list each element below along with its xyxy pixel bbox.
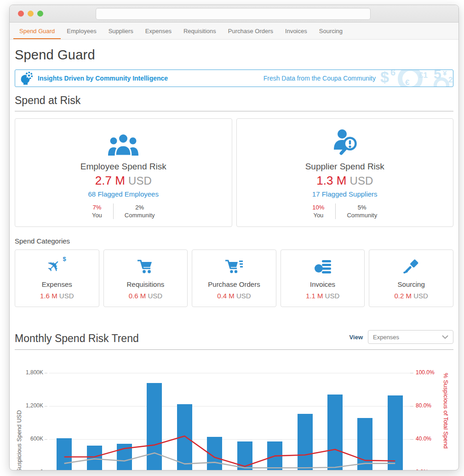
nav-tab-expenses[interactable]: Expenses [139,23,178,39]
gavel-icon [402,258,420,275]
spend-categories-heading: Spend Categories [15,237,453,245]
category-card-purchase-orders[interactable]: Purchase Orders 0.4 M USD [192,250,276,307]
right-axis-title: % Suspicious of Total Spend [442,373,449,470]
minimize-window-button[interactable] [28,11,34,17]
community-stat: 5% Community [335,203,388,219]
browser-window: Spend Guard Employees Suppliers Expenses… [9,5,459,470]
nav-tab-purchase-orders[interactable]: Purchase Orders [222,23,279,39]
nav-tab-spend-guard[interactable]: Spend Guard [13,23,61,39]
view-select[interactable]: Expenses [368,330,453,344]
nav-tab-requisitions[interactable]: Requisitions [178,23,222,39]
left-axis-tick-label: 0 [15,469,43,470]
left-axis-tick-label: 1,200K [15,402,43,409]
purchase-cart-icon [225,259,243,274]
main-nav: Spend Guard Employees Suppliers Expenses… [10,23,458,40]
left-axis-tick [45,373,47,373]
category-name: Invoices [284,280,362,288]
left-axis-tick [45,406,47,406]
category-card-expenses[interactable]: ✈$ Expenses 1.6 M USD [15,250,99,307]
head-gear-icon [20,71,34,85]
community-intelligence-banner: Insights Driven by Community Intelligenc… [15,70,453,87]
risk-amount: 1.3 M [316,174,346,187]
flagged-suppliers-link[interactable]: 17 Flagged Suppliers [312,190,378,198]
right-axis-tick-label: 0.0% [416,469,443,470]
right-axis-tick-label: 40.0% [416,435,443,442]
employee-spend-risk-card: Employee Spend Risk 2.7 M USD 68 Flagged… [15,118,232,227]
category-card-invoices[interactable]: Invoices 1.1 M USD [281,250,365,307]
community-stat: 2% Community [113,203,166,219]
nav-tab-suppliers[interactable]: Suppliers [103,23,139,39]
risk-card-title: Supplier Spend Risk [241,162,449,172]
category-name: Sourcing [372,280,450,288]
supplier-spend-risk-card: Supplier Spend Risk 1.3 M USD 17 Flagged… [236,118,454,227]
banner-left-text: Insights Driven by Community Intelligenc… [38,75,168,82]
right-axis-tick-label: 100.0% [416,369,443,376]
right-axis-tick [410,373,413,373]
nav-tab-employees[interactable]: Employees [61,23,102,39]
line-you [64,436,395,466]
line-community [64,453,395,468]
browser-chrome [10,5,458,23]
view-select-value: Expenses [373,334,399,341]
you-stat: 10% You [301,203,335,219]
nav-tab-sourcing[interactable]: Sourcing [313,23,349,39]
risk-currency: USD [350,174,373,187]
left-axis-title: Suspicious Spend USD [16,373,23,470]
trend-heading: Monthly Spend Risk Trend [15,332,139,345]
category-card-sourcing[interactable]: Sourcing 0.2 M USD [369,250,453,307]
supplier-alert-icon [330,128,360,156]
risk-currency: USD [128,174,152,187]
airplane-dollar-icon: ✈$ [47,257,67,276]
employees-group-icon [106,133,141,156]
plot-area: SepOctNovDecJanFebMarAprMayJunJulAug [49,373,410,470]
category-name: Purchase Orders [195,280,273,288]
left-axis-tick [45,439,47,440]
risk-card-title: Employee Spend Risk [20,162,227,172]
risk-card-value: 1.3 M USD [241,174,449,188]
nav-tab-invoices[interactable]: Invoices [279,23,313,39]
left-axis-tick-label: 1,800K [15,369,43,376]
view-label: View [349,334,363,341]
coins-icon [314,259,332,274]
flagged-employees-link[interactable]: 68 Flagged Employees [88,190,159,198]
category-card-requisitions[interactable]: Requisitions 0.6 M USD [103,250,188,307]
url-bar[interactable] [96,8,371,20]
currency-art: $ 6 £1 5 ¥ € 2 [379,70,453,87]
right-axis-tick-label: 80.0% [416,402,443,409]
category-name: Requisitions [107,280,185,288]
spend-at-risk-heading: Spend at Risk [15,94,453,111]
banner-right-text: Fresh Data from the Coupa Community [264,75,376,82]
left-axis-tick-label: 600K [15,435,43,442]
page-title: Spend Guard [15,47,453,63]
monthly-trend-chart: Suspicious Spend USD % Suspicious of Tot… [15,360,453,470]
trend-lines [49,373,410,470]
you-stat: 7% You [81,203,113,219]
category-name: Expenses [18,280,96,288]
right-axis-tick [410,406,413,406]
risk-amount: 2.7 M [95,174,125,187]
shopping-cart-icon [137,259,154,274]
right-axis-tick [410,439,413,440]
chevron-down-icon [442,335,448,339]
maximize-window-button[interactable] [37,11,43,17]
close-window-button[interactable] [18,11,24,17]
risk-card-value: 2.7 M USD [20,174,227,188]
